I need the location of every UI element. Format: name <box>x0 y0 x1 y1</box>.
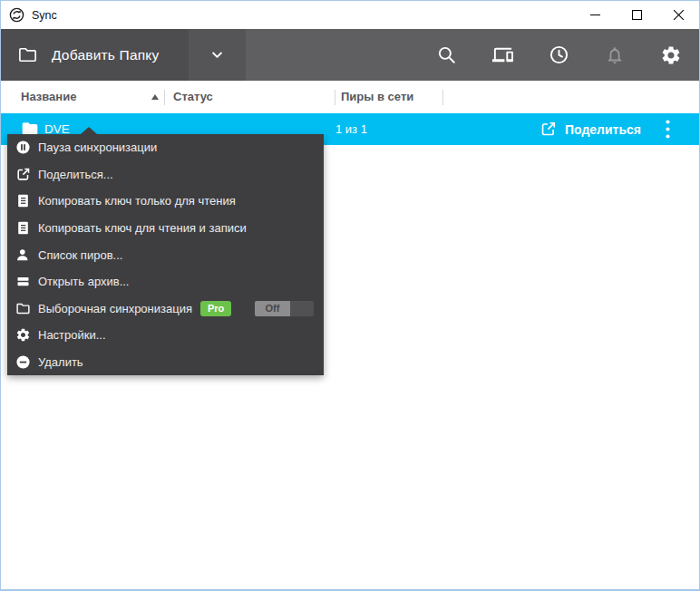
minimize-icon <box>590 10 600 20</box>
toolbar-icons <box>418 29 699 81</box>
add-folder-button[interactable]: Добавить Папку <box>1 29 189 81</box>
menu-item-copy-readonly-key[interactable]: Копировать ключ только для чтения <box>7 188 324 215</box>
history-clock-icon <box>549 44 569 65</box>
devices-button[interactable] <box>474 29 530 81</box>
menu-item-peer-list[interactable]: Список пиров... <box>7 241 324 268</box>
column-header-peers[interactable]: Пиры в сети <box>341 81 413 113</box>
menu-item-share[interactable]: Поделиться... <box>7 161 324 189</box>
menu-item-remove[interactable]: Удалить <box>7 349 324 376</box>
devices-icon <box>492 44 513 65</box>
column-header-status[interactable]: Статус <box>173 81 213 113</box>
toggle-off-label: Off <box>255 301 290 316</box>
window-controls <box>574 1 699 29</box>
pause-icon <box>15 140 31 155</box>
toolbar: Добавить Папку <box>1 29 699 81</box>
share-icon <box>540 121 557 138</box>
menu-item-pause-sync[interactable]: Пауза синхронизации <box>7 134 324 161</box>
bell-icon <box>605 45 625 65</box>
kebab-menu-icon <box>666 120 670 139</box>
sync-logo-icon <box>9 7 24 23</box>
archive-icon <box>15 274 31 289</box>
sync-app-window: Sync Добавить Папку <box>0 0 700 591</box>
titlebar: Sync <box>1 1 699 29</box>
copy-key-icon <box>15 193 31 208</box>
sort-ascending-icon <box>151 94 159 100</box>
row-menu-button[interactable] <box>656 113 679 145</box>
settings-button[interactable] <box>643 29 699 81</box>
close-icon <box>674 10 684 20</box>
remove-icon <box>15 354 31 370</box>
share-icon <box>15 167 31 182</box>
menu-item-open-archive[interactable]: Открыть архив... <box>7 268 324 296</box>
peers-online-value: 1 из 1 <box>335 113 367 145</box>
menu-item-copy-readwrite-key[interactable]: Копировать ключ для чтения и записи <box>7 215 324 242</box>
toggle-track <box>290 301 314 316</box>
gear-icon <box>660 44 682 66</box>
close-button[interactable] <box>657 1 699 29</box>
add-folder-label: Добавить Папку <box>52 47 159 63</box>
folder-icon <box>15 301 31 316</box>
chevron-down-icon <box>209 46 226 63</box>
selective-sync-toggle[interactable]: Off <box>255 301 314 316</box>
share-button[interactable]: Поделиться <box>540 113 641 145</box>
column-header-name[interactable]: Название <box>21 81 76 113</box>
table-header: Название Статус Пиры в сети <box>1 81 699 113</box>
folder-context-menu: Пауза синхронизации Поделиться... <box>7 134 324 375</box>
peers-icon <box>15 247 31 263</box>
maximize-icon <box>632 10 642 20</box>
minimize-button[interactable] <box>574 1 616 29</box>
notifications-button[interactable] <box>587 29 643 81</box>
add-folder-dropdown-button[interactable] <box>189 29 246 81</box>
gear-icon <box>15 327 31 343</box>
history-button[interactable] <box>530 29 587 81</box>
column-divider <box>335 90 335 105</box>
menu-item-selective-sync[interactable]: Выборочная синхронизация Pro Off <box>7 295 324 322</box>
share-label: Поделиться <box>565 122 641 137</box>
copy-key-icon <box>15 220 31 236</box>
search-icon <box>436 44 457 65</box>
window-title: Sync <box>32 9 57 22</box>
menu-item-preferences[interactable]: Настройки... <box>7 322 324 349</box>
pro-badge: Pro <box>200 301 231 316</box>
maximize-button[interactable] <box>616 1 657 29</box>
menu-pointer-arrow <box>81 127 97 134</box>
folder-outline-icon <box>17 44 38 65</box>
column-divider <box>164 90 165 105</box>
column-divider <box>442 90 443 105</box>
search-button[interactable] <box>418 29 474 81</box>
